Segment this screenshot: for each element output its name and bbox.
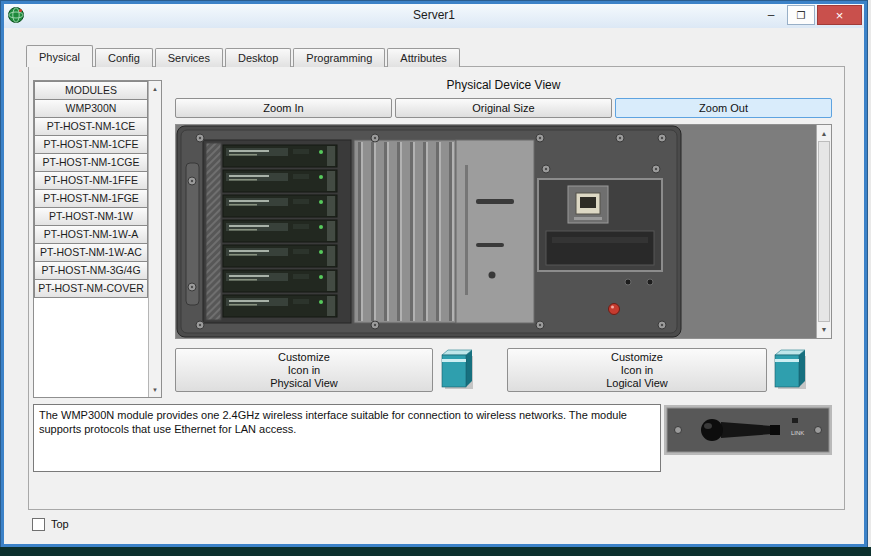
top-checkbox[interactable] — [32, 518, 45, 531]
tab-desktop[interactable]: Desktop — [225, 48, 291, 67]
module-list: MODULES WMP300N PT-HOST-NM-1CE PT-HOST-N… — [34, 81, 148, 298]
front-flat-panel — [456, 140, 534, 323]
module-item-nm-1ffe[interactable]: PT-HOST-NM-1FFE — [34, 171, 148, 190]
module-item-nm-1fge[interactable]: PT-HOST-NM-1FGE — [34, 189, 148, 208]
customize-row: Customize Icon in Physical View Customiz… — [29, 348, 844, 392]
module-item-nm-cover[interactable]: PT-HOST-NM-COVER — [34, 279, 148, 298]
minimize-button[interactable]: – — [757, 5, 785, 25]
scroll-up-icon[interactable]: ▲ — [149, 82, 161, 95]
ethernet-port — [568, 186, 608, 223]
customize-physical-icon-button[interactable]: Customize Icon in Physical View — [175, 348, 433, 392]
modules-header: MODULES — [34, 81, 148, 100]
link-led — [792, 418, 798, 423]
scrollbar-thumb[interactable] — [818, 141, 830, 322]
scroll-down-icon[interactable]: ▼ — [817, 322, 831, 337]
module-item-nm-1cge[interactable]: PT-HOST-NM-1CGE — [34, 153, 148, 172]
logical-icon-preview — [772, 348, 808, 391]
module-item-wmp300n[interactable]: WMP300N — [34, 99, 148, 118]
wmp300n-module-image: LINK — [664, 405, 832, 455]
customize-logical-icon-button[interactable]: Customize Icon in Logical View — [507, 348, 767, 392]
left-rack-ear — [186, 163, 199, 305]
physical-tab-page: MODULES WMP300N PT-HOST-NM-1CE PT-HOST-N… — [28, 66, 845, 510]
module-item-nm-1ce[interactable]: PT-HOST-NM-1CE — [34, 117, 148, 136]
front-ribbed-panel — [354, 140, 456, 323]
scroll-up-icon[interactable]: ▲ — [817, 126, 831, 141]
module-item-nm-1w-ac[interactable]: PT-HOST-NM-1W-AC — [34, 243, 148, 262]
zoom-in-button[interactable]: Zoom In — [175, 98, 392, 118]
physical-icon-preview — [439, 348, 475, 391]
link-label: LINK — [791, 430, 804, 436]
tab-programming[interactable]: Programming — [293, 48, 385, 67]
titlebar: Server1 – ❐ × — [4, 4, 864, 28]
module-description: The WMP300N module provides one 2.4GHz w… — [33, 404, 661, 472]
window-controls: – ❐ × — [755, 5, 862, 25]
zoom-out-button[interactable]: Zoom Out — [615, 98, 832, 118]
module-item-nm-1cfe[interactable]: PT-HOST-NM-1CFE — [34, 135, 148, 154]
server-chassis-image[interactable] — [176, 125, 682, 338]
device-view-scrollbar[interactable]: ▲ ▼ — [816, 125, 831, 338]
device-view-canvas[interactable]: ▲ ▼ — [175, 124, 832, 339]
device-window: Server1 – ❐ × Physical Config Services D… — [1, 1, 867, 547]
close-button[interactable]: × — [817, 5, 862, 25]
tab-config[interactable]: Config — [95, 48, 153, 67]
tab-services[interactable]: Services — [155, 48, 223, 67]
tab-attributes[interactable]: Attributes — [387, 48, 459, 67]
module-item-nm-1w-a[interactable]: PT-HOST-NM-1W-A — [34, 225, 148, 244]
top-checkbox-label: Top — [51, 518, 69, 530]
drive-bay — [203, 140, 351, 323]
zoom-controls: Zoom In Original Size Zoom Out — [175, 98, 832, 118]
physical-device-view-title: Physical Device View — [175, 78, 832, 92]
footer: Top — [32, 516, 69, 532]
tab-bar: Physical Config Services Desktop Program… — [26, 45, 462, 67]
maximize-button[interactable]: ❐ — [787, 5, 815, 25]
expansion-slot — [546, 231, 654, 265]
desktop-strip — [0, 547, 871, 556]
original-size-button[interactable]: Original Size — [395, 98, 612, 118]
module-item-nm-1w[interactable]: PT-HOST-NM-1W — [34, 207, 148, 226]
module-item-nm-3g4g[interactable]: PT-HOST-NM-3G/4G — [34, 261, 148, 280]
power-led — [609, 304, 620, 315]
tab-physical[interactable]: Physical — [26, 45, 93, 67]
window-title: Server1 — [4, 8, 864, 22]
